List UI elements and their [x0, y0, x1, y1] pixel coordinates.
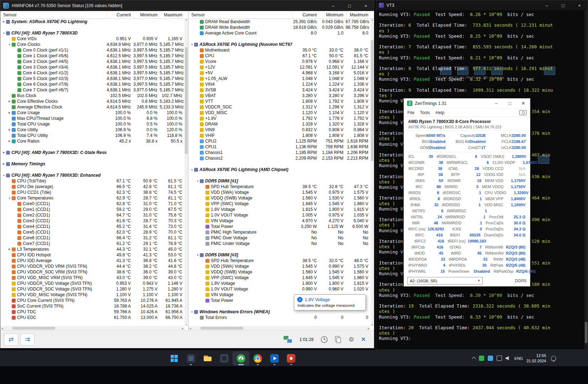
sensor-row[interactable]: Motherboard35.0 °C33.0 °C36.0 °C: [188, 47, 370, 53]
scroll-left-icon[interactable]: ◀: [188, 327, 192, 330]
sensor-row[interactable]: Core0 (CCD1)62.8 °C31.0 °C71.0 °C: [0, 201, 185, 207]
menu-item-file[interactable]: File: [407, 110, 414, 115]
menu-item-help[interactable]: Help: [435, 110, 444, 115]
sensor-row[interactable]: VDDQ (SWB) Voltage1.560 V1.530 V1.560 V: [188, 195, 370, 201]
sensor-row[interactable]: VDD (SWA) Voltage1.545 V0.975 V1.575 V: [188, 190, 370, 195]
sensor-row[interactable]: PMIC High TemperatureNoNoNo: [188, 229, 370, 235]
scroll-right-icon[interactable]: ▶: [367, 327, 370, 330]
sensor-row[interactable]: VHIF1.808 V1.808 V1.808 V: [188, 133, 370, 138]
swap-columns-button[interactable]: ⇄: [4, 334, 18, 346]
sensor-row[interactable]: +5V4.968 V3.168 V5.016 V: [188, 70, 370, 76]
vertical-scrollbar[interactable]: ▲ ▼: [370, 19, 374, 326]
sensor-row[interactable]: SPD Hub Temperature38.5 °C32.8 °C47.3 °C: [188, 184, 370, 190]
sensor-row[interactable]: ▶Core Usage100.0 %0.0 %100.0 %: [0, 110, 185, 116]
maximize-button[interactable]: □: [341, 0, 358, 11]
remote-monitoring-icon[interactable]: [284, 336, 292, 343]
scroll-left-icon[interactable]: ◀: [0, 327, 4, 330]
sensor-row[interactable]: ▼DDR5 DIMM [#1]: [188, 178, 370, 184]
sensor-row[interactable]: Chassis11,185 RPM1,184 RPM1,206 RPM: [188, 150, 370, 155]
taskbar-app-red[interactable]: [283, 351, 299, 366]
sensor-row[interactable]: +1.05_ALW1.048 V1.048 V1.048 V: [188, 76, 370, 81]
sensor-row[interactable]: PMIC Under VoltageNoNoNo: [188, 241, 370, 246]
sensor-row[interactable]: PMIC Over VoltageNoNoNo: [188, 235, 370, 241]
taskbar-hwinfo-sensors[interactable]: [232, 351, 249, 366]
dimm-select[interactable]: A2: (16GB, SR) ▼: [407, 277, 483, 284]
column-maximum[interactable]: Maximum: [346, 11, 370, 18]
sensor-row[interactable]: CPU VDDCR_SOC Voltage (SVI3 TFN)1.280 V1…: [0, 286, 185, 292]
settings-gear-icon[interactable]: ⚙: [348, 336, 354, 343]
sensor-row[interactable]: CPU VDDCR_VDD VRM (SVI3 TFN)44.4 °C38.2 …: [0, 263, 185, 269]
expand-toggle-icon[interactable]: ▼: [196, 180, 200, 182]
sensor-row[interactable]: ▼ASRock X670E PG Lightning (AMD Chipset): [188, 167, 370, 172]
sensor-row[interactable]: Vcore0.976 V0.968 V1.168 V: [188, 59, 370, 64]
sensor-row[interactable]: Total Errors000: [188, 315, 370, 320]
clock-icon[interactable]: [321, 336, 328, 343]
sensor-row[interactable]: Total CPU Utility106.9 %7.4 %118.8 %: [0, 133, 185, 138]
sensor-row[interactable]: Core 2 Clock (perf #4/5)4,638.1 MHz3,997…: [0, 59, 185, 64]
taskbar-app-dark[interactable]: [216, 351, 232, 366]
vertical-scrollbar[interactable]: ▲ ▼: [185, 19, 188, 326]
sensor-row[interactable]: DRAM1.328 V1.320 V1.328 V: [188, 121, 370, 127]
scroll-thumb[interactable]: [371, 40, 374, 161]
sensor-row[interactable]: +1.8V1.792 V1.776 V1.792 V: [188, 116, 370, 121]
taskbar-app-blue[interactable]: [266, 351, 283, 366]
close-button[interactable]: ×: [358, 0, 374, 11]
sensor-row[interactable]: Core2 (CCD1)64.7 °C31.0 °C75.6 °C: [0, 212, 185, 218]
screenshot-camera-icon[interactable]: [519, 110, 526, 115]
sensor-row[interactable]: Core1 (CCD1)59.2 °C29.0 °C67.5 °C: [0, 207, 185, 212]
column-current[interactable]: Current: [292, 11, 319, 18]
zentimings-titlebar[interactable]: Z ZenTimings 1.31 – □ ✕: [404, 98, 530, 108]
copy-report-icon[interactable]: [335, 336, 341, 343]
sensor-row[interactable]: Average Active Core Count8.01.08.0: [188, 30, 370, 36]
expand-toggle-icon[interactable]: ▼: [2, 32, 6, 34]
expand-toggle-icon[interactable]: ▶: [2, 20, 6, 23]
sensor-row[interactable]: CPU11,136 RPM759 RPM1,636 RPM: [188, 144, 370, 150]
sensor-row[interactable]: ▶System: ASRock X670E PG Lightning: [0, 19, 185, 25]
sensor-row[interactable]: CPU Die (average)66.5 °C42.8 °C81.1 °C: [0, 184, 185, 190]
expand-toggle-icon[interactable]: ▶: [7, 111, 12, 114]
column-current[interactable]: Current: [106, 11, 133, 18]
sensor-row[interactable]: SoC Current (SVI3 TFN)16.788 A14.025 A18…: [0, 303, 185, 309]
vt3-titlebar[interactable]: VT3 – □ ×: [376, 0, 588, 10]
taskbar-app-window[interactable]: [182, 351, 199, 366]
sensor-row[interactable]: VDD (SWA) Voltage1.545 V0.990 V1.575 V: [188, 263, 370, 269]
sensor-row[interactable]: CPU VDD_MISC Voltage (SVI3 TFN)1.100 V1.…: [0, 292, 185, 298]
sensor-row[interactable]: VDDCR_SOC1.312 V1.296 V1.312 V: [188, 104, 370, 110]
scroll-thumb[interactable]: [201, 327, 243, 330]
minimize-button[interactable]: –: [539, 0, 555, 10]
sensor-row[interactable]: DRAM Write Bandwidth18.619 GB/s0.029 GB/…: [188, 25, 370, 30]
close-sensors-icon[interactable]: ×: [361, 335, 365, 343]
column-sensor[interactable]: Sensor: [188, 11, 292, 18]
scroll-down-icon[interactable]: ▼: [370, 324, 374, 326]
scroll-thumb[interactable]: [185, 47, 188, 154]
sensor-row[interactable]: 1.8V Voltage1.800 V1.800 V1.815 V: [188, 281, 370, 286]
scroll-thumb[interactable]: [585, 322, 587, 343]
expand-toggle-icon[interactable]: ▶: [2, 162, 6, 165]
sensor-row[interactable]: ▶Memory Timings: [0, 161, 185, 167]
tray-overflow-icon[interactable]: [472, 357, 476, 361]
sensor-row[interactable]: 1.0V VOUT Voltage0.990 V0.960 V1.020 V: [188, 286, 370, 292]
close-button[interactable]: ×: [571, 0, 588, 10]
maximize-button[interactable]: □: [503, 98, 517, 108]
menu-item-tools[interactable]: Tools: [420, 110, 430, 115]
sensor-row[interactable]: VDDQ (SWB) Voltage1.560 V1.545 V1.560 V: [188, 269, 370, 275]
taskbar-start-button[interactable]: [166, 351, 182, 366]
sensor-row[interactable]: VIN41.224 V1.224 V1.336 V: [188, 81, 370, 87]
expand-toggle-icon[interactable]: ▶: [7, 140, 12, 143]
sensor-row[interactable]: CPU TDC59.766 A10.426 A61.956 A: [0, 309, 185, 315]
sensor-row[interactable]: Chassis22,209 RPM2,153 RPM2,213 RPM: [188, 155, 370, 161]
sensor-row[interactable]: Core 7 Clock (perf #6/7)4,638.1 MHz3,977…: [0, 87, 185, 93]
sensor-row[interactable]: ▶Core Ratios45.2 x38.8 x50.5 x: [0, 138, 185, 144]
column-minimum[interactable]: Minimum: [319, 11, 346, 18]
expand-toggle-icon[interactable]: ▶: [7, 248, 12, 251]
expand-toggle-icon[interactable]: ▶: [7, 100, 12, 103]
sensor-row[interactable]: ▶Core Effective Clocks4,614.5 MHz0.8 MHz…: [0, 98, 185, 104]
hwinfo-titlebar[interactable]: HWiNFO64 v7.70-5350 Sensor Status [105 v…: [0, 0, 374, 11]
sensor-row[interactable]: CPU21,125 RPM751 RPM1,618 RPM: [188, 138, 370, 144]
language-indicator[interactable]: ENG: [514, 356, 523, 361]
sensor-row[interactable]: Core6 (CCD1)66.4 °C31.2 °C81.1 °C: [0, 235, 185, 241]
sensor-row[interactable]: CPU IOD Average41.3 °C36.8 °C41.6 °C: [0, 258, 185, 263]
expand-toggle-icon[interactable]: ▶: [2, 151, 6, 154]
sensor-row[interactable]: Core 4 Clock (perf #1/2)4,638.1 MHz3,997…: [0, 70, 185, 76]
sensor-row[interactable]: DRAM Read Bandwidth25.391 GB/s0.043 GB/s…: [188, 19, 370, 25]
